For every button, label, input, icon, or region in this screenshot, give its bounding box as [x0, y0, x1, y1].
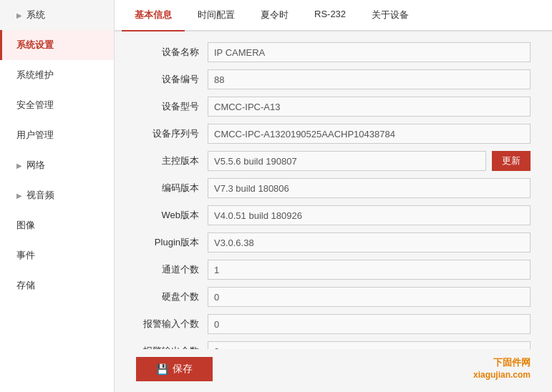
field-label-2: 设备型号 [136, 100, 208, 113]
sidebar-item-8[interactable]: 事件 [0, 240, 114, 270]
form-row-9: 硬盘个数 [136, 287, 531, 307]
sidebar-item-6[interactable]: ▶视音频 [0, 180, 114, 210]
field-input-2[interactable] [208, 97, 531, 117]
sidebar: ▶系统系统设置系统维护安全管理用户管理▶网络▶视音频图像事件存储 [0, 0, 115, 392]
field-input-8[interactable] [208, 260, 531, 280]
tab-0[interactable]: 基本信息 [122, 0, 185, 31]
sidebar-item-3[interactable]: 安全管理 [0, 90, 114, 120]
tabs-bar: 基本信息时间配置夏令时RS-232关于设备 [115, 0, 552, 31]
form-row-8: 通道个数 [136, 260, 531, 280]
sidebar-item-5[interactable]: ▶网络 [0, 150, 114, 180]
field-label-5: 编码版本 [136, 182, 208, 195]
sidebar-item-label: 系统维护 [16, 69, 54, 82]
field-input-9[interactable] [208, 287, 531, 307]
sidebar-arrow-icon: ▶ [16, 162, 22, 170]
form-row-1: 设备编号 [136, 69, 531, 89]
field-label-6: Web版本 [136, 209, 208, 222]
watermark-line1: 下固件网 [473, 356, 531, 369]
field-label-3: 设备序列号 [136, 127, 208, 140]
form-row-6: Web版本 [136, 205, 531, 225]
main-content: 基本信息时间配置夏令时RS-232关于设备 设备名称设备编号设备型号设备序列号主… [115, 0, 552, 392]
form-area: 设备名称设备编号设备型号设备序列号主控版本更新编码版本Web版本Plugin版本… [115, 31, 552, 349]
save-icon: 💾 [156, 363, 168, 375]
form-row-3: 设备序列号 [136, 124, 531, 144]
sidebar-arrow-icon: ▶ [16, 11, 22, 19]
save-button[interactable]: 💾 保存 [136, 357, 213, 381]
form-footer: 💾 保存 下固件网 xiagujian.com [115, 349, 552, 392]
field-input-10[interactable] [208, 314, 531, 334]
watermark-line2: xiagujian.com [473, 369, 531, 381]
field-input-7[interactable] [208, 232, 531, 253]
sidebar-item-label: 用户管理 [16, 129, 54, 142]
field-label-4: 主控版本 [136, 155, 208, 167]
form-row-0: 设备名称 [136, 42, 531, 62]
sidebar-item-label: 系统 [26, 9, 45, 21]
tab-4[interactable]: 关于设备 [359, 0, 422, 31]
field-label-7: Plugin版本 [136, 236, 208, 249]
form-row-7: Plugin版本 [136, 232, 531, 253]
form-row-5: 编码版本 [136, 178, 531, 198]
field-label-0: 设备名称 [136, 46, 208, 59]
sidebar-item-label: 存储 [16, 279, 35, 292]
field-input-6[interactable] [208, 205, 531, 225]
sidebar-item-label: 图像 [16, 219, 35, 232]
field-input-4[interactable] [208, 151, 486, 171]
form-row-4: 主控版本更新 [136, 151, 531, 171]
update-button[interactable]: 更新 [492, 151, 531, 171]
field-input-1[interactable] [208, 69, 531, 89]
sidebar-item-1[interactable]: 系统设置 [0, 30, 114, 60]
tab-2[interactable]: 夏令时 [248, 0, 301, 31]
sidebar-item-0[interactable]: ▶系统 [0, 0, 114, 30]
watermark: 下固件网 xiagujian.com [473, 356, 531, 381]
sidebar-item-label: 安全管理 [16, 99, 54, 112]
sidebar-item-7[interactable]: 图像 [0, 210, 114, 240]
field-label-8: 通道个数 [136, 263, 208, 276]
field-input-5[interactable] [208, 178, 531, 198]
field-label-1: 设备编号 [136, 73, 208, 86]
sidebar-item-4[interactable]: 用户管理 [0, 120, 114, 150]
sidebar-arrow-icon: ▶ [16, 192, 22, 200]
field-input-3[interactable] [208, 124, 531, 144]
form-row-11: 报警输出个数 [136, 341, 531, 349]
tab-3[interactable]: RS-232 [301, 0, 359, 31]
sidebar-item-2[interactable]: 系统维护 [0, 60, 114, 90]
sidebar-item-label: 事件 [16, 249, 35, 262]
field-label-9: 硬盘个数 [136, 290, 208, 303]
tab-1[interactable]: 时间配置 [185, 0, 248, 31]
form-row-2: 设备型号 [136, 97, 531, 117]
save-label: 保存 [173, 363, 193, 376]
sidebar-item-9[interactable]: 存储 [0, 270, 114, 300]
sidebar-item-label: 视音频 [26, 189, 54, 202]
field-input-0[interactable] [208, 42, 531, 62]
field-input-11[interactable] [208, 341, 531, 349]
field-label-10: 报警输入个数 [136, 318, 208, 330]
sidebar-item-label: 系统设置 [16, 39, 54, 52]
form-row-10: 报警输入个数 [136, 314, 531, 334]
sidebar-item-label: 网络 [26, 159, 45, 172]
